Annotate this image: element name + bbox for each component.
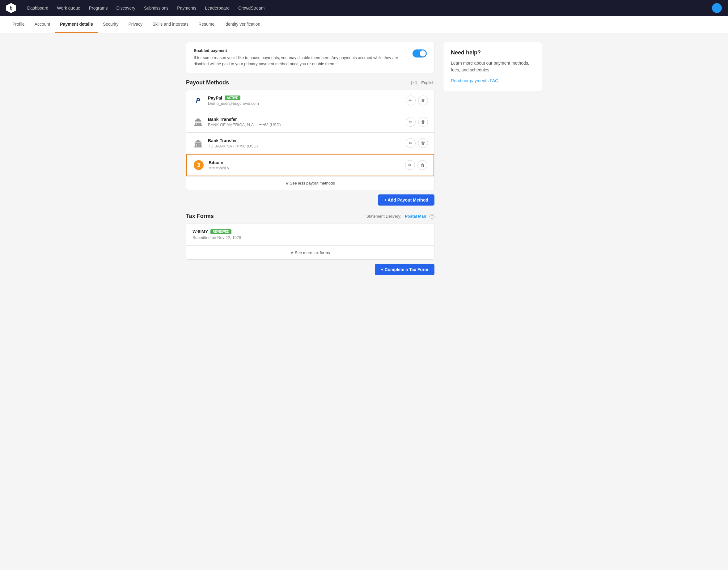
- nav-dashboard[interactable]: Dashboard: [23, 4, 52, 12]
- content-area: Enabled payment If for some reason you'd…: [186, 42, 434, 275]
- payout-methods-heading: Payout Methods: [186, 79, 229, 86]
- svg-rect-0: [195, 121, 202, 122]
- svg-rect-10: [199, 145, 200, 147]
- paypal-name: PayPal ACTIVE: [208, 95, 406, 100]
- tab-payment-details[interactable]: Payment details: [55, 16, 98, 33]
- translate-icon: A口: [411, 81, 418, 85]
- logo[interactable]: b: [6, 3, 16, 13]
- faq-link[interactable]: Read our payments FAQ: [451, 78, 498, 83]
- translate-lang: English: [421, 80, 434, 85]
- bank2-delete-button[interactable]: 🗑: [418, 138, 428, 148]
- sub-navigation: Profile Account Payment details Security…: [0, 16, 728, 33]
- bank1-delete-button[interactable]: 🗑: [418, 117, 428, 127]
- tax-forms-section: Tax Forms Statement Delivery: Postal Mai…: [186, 213, 434, 275]
- svg-rect-1: [195, 123, 196, 125]
- nav-leaderboard[interactable]: Leaderboard: [202, 4, 233, 12]
- svg-rect-5: [195, 125, 202, 126]
- bank2-detail: TD BANK NA - ••••56 (USD): [208, 144, 406, 149]
- svg-rect-7: [195, 143, 202, 144]
- payout-item-bank1: Bank Transfer BANK OF AMERICA, N.A. - ••…: [186, 111, 434, 132]
- svg-rect-2: [197, 123, 198, 125]
- svg-marker-13: [195, 139, 202, 142]
- see-more-tax-forms-link[interactable]: ∨ See more tax forms: [186, 246, 434, 259]
- add-payout-method-button[interactable]: + Add Payout Method: [378, 195, 434, 206]
- tab-profile[interactable]: Profile: [7, 16, 30, 33]
- tab-privacy[interactable]: Privacy: [123, 16, 147, 33]
- tab-identity-verification[interactable]: Identity verification: [220, 16, 265, 33]
- statement-delivery-value[interactable]: Postal Mail: [405, 214, 426, 219]
- paypal-edit-button[interactable]: ✏: [406, 95, 416, 105]
- payout-methods-section: Payout Methods A口 English P PayPal ACTIV…: [186, 79, 434, 206]
- statement-delivery-label: Statement Delivery:: [366, 214, 401, 219]
- nav-submissions[interactable]: Submissions: [140, 4, 172, 12]
- tab-skills-interests[interactable]: Skills and interests: [147, 16, 194, 33]
- top-navigation: b Dashboard Work queue Programs Discover…: [0, 0, 728, 16]
- active-badge: ACTIVE: [225, 95, 241, 100]
- sidebar: Need help? Learn more about our payment …: [443, 42, 542, 275]
- help-icon[interactable]: ?: [429, 214, 434, 219]
- bitcoin-name: Bitcoin: [209, 160, 405, 165]
- bank1-edit-button[interactable]: ✏: [406, 117, 416, 127]
- help-card: Need help? Learn more about our payment …: [443, 42, 542, 91]
- enabled-payment-card: Enabled payment If for some reason you'd…: [186, 42, 434, 73]
- payout-item-bank2: Bank Transfer TD BANK NA - ••••56 (USD) …: [186, 132, 434, 154]
- bank2-edit-button[interactable]: ✏: [406, 138, 416, 148]
- main-container: Enabled payment If for some reason you'd…: [178, 33, 550, 284]
- svg-rect-3: [199, 123, 200, 125]
- svg-rect-12: [195, 147, 202, 148]
- help-heading: Need help?: [451, 49, 534, 56]
- tax-form-name: W-8IMY: [193, 229, 208, 234]
- bank1-detail: BANK OF AMERICA, N.A. - ••••63 (USD): [208, 122, 406, 127]
- reviewed-badge: REVIEWED: [211, 229, 231, 234]
- bitcoin-icon: ₿: [193, 160, 204, 171]
- tab-security[interactable]: Security: [98, 16, 123, 33]
- nav-payments[interactable]: Payments: [173, 4, 200, 12]
- top-nav-links: Dashboard Work queue Programs Discovery …: [23, 4, 712, 12]
- paypal-icon: P: [193, 95, 204, 106]
- complete-tax-form-button[interactable]: + Complete a Tax Form: [375, 264, 434, 275]
- paypal-delete-button[interactable]: 🗑: [418, 95, 428, 105]
- tab-resume[interactable]: Resume: [194, 16, 220, 33]
- bitcoin-detail: •••••••WNLy: [209, 166, 405, 170]
- enabled-payment-desc: If for some reason you'd like to pause p…: [194, 55, 406, 67]
- help-description: Learn more about our payment methods, fe…: [451, 60, 534, 73]
- bitcoin-delete-button[interactable]: 🗑: [417, 160, 427, 170]
- user-avatar[interactable]: [712, 3, 722, 13]
- svg-rect-9: [197, 145, 198, 147]
- bank1-name: Bank Transfer: [208, 117, 406, 122]
- bitcoin-edit-button[interactable]: ✏: [405, 160, 415, 170]
- bank-icon-1: [193, 116, 204, 127]
- nav-crowdstream[interactable]: CrowdStream: [235, 4, 269, 12]
- nav-workqueue[interactable]: Work queue: [53, 4, 84, 12]
- svg-marker-6: [195, 118, 202, 121]
- bank-icon-2: [193, 137, 204, 149]
- translate-hint: A口 English: [411, 80, 434, 85]
- tax-form-item: W-8IMY REVIEWED Submitted on Nov 22, 197…: [186, 224, 434, 246]
- see-less-payout-link[interactable]: ∧ See less payout methods: [186, 176, 434, 190]
- payout-item-paypal: P PayPal ACTIVE Demo_user@bugcrowd.com ✏…: [186, 90, 434, 111]
- payment-toggle[interactable]: [412, 49, 427, 57]
- tax-forms-list: W-8IMY REVIEWED Submitted on Nov 22, 197…: [186, 223, 434, 260]
- nav-programs[interactable]: Programs: [85, 4, 111, 12]
- statement-delivery: Statement Delivery: Postal Mail ?: [366, 214, 434, 219]
- tax-submitted-date: Submitted on Nov 22, 1978: [193, 235, 428, 240]
- tax-forms-heading: Tax Forms: [186, 213, 214, 220]
- bank2-name: Bank Transfer: [208, 138, 406, 143]
- svg-rect-8: [195, 145, 196, 147]
- payout-list: P PayPal ACTIVE Demo_user@bugcrowd.com ✏…: [186, 90, 434, 190]
- paypal-detail: Demo_user@bugcrowd.com: [208, 101, 406, 106]
- nav-discovery[interactable]: Discovery: [112, 4, 139, 12]
- tab-account[interactable]: Account: [30, 16, 55, 33]
- svg-rect-11: [200, 145, 202, 147]
- svg-rect-4: [200, 123, 202, 125]
- payout-item-bitcoin: ₿ Bitcoin •••••••WNLy ✏ 🗑: [186, 154, 434, 176]
- enabled-payment-title: Enabled payment: [194, 48, 406, 53]
